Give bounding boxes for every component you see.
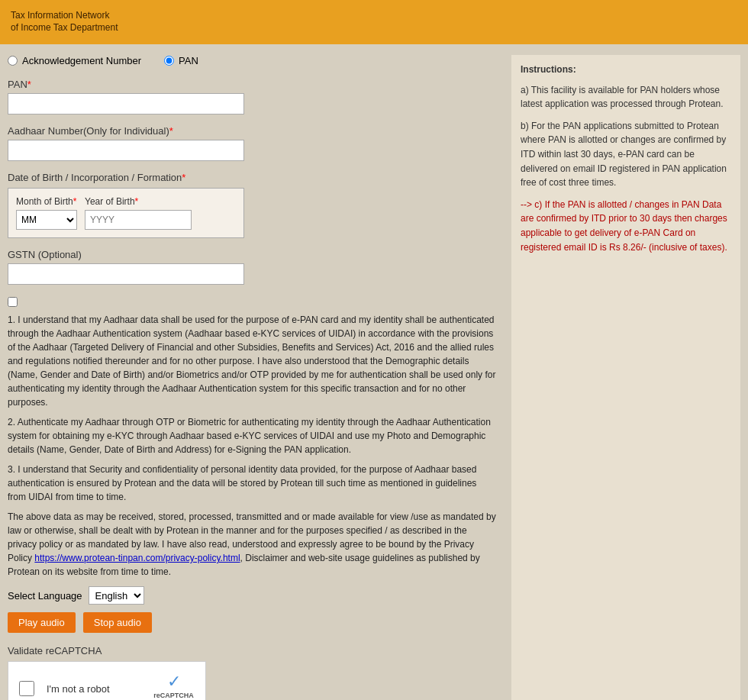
captcha-box: I'm not a robot ✓ reCAPTCHA Privacy - Te… <box>8 661 206 700</box>
radio-pan[interactable]: PAN <box>164 55 198 66</box>
select-language-label: Select Language <box>8 590 82 602</box>
pan-input[interactable] <box>8 93 244 115</box>
consent-checkbox-row <box>8 295 496 307</box>
year-input[interactable] <box>85 210 192 230</box>
instructions-panel: Instructions: a) This facility is availa… <box>511 55 740 700</box>
recaptcha-brand: reCAPTCHA <box>153 692 194 699</box>
aadhaar-field-group: Aadhaar Number(Only for Individual)* <box>8 125 496 161</box>
captcha-section: Validate reCAPTCHA I'm not a robot ✓ reC… <box>8 645 496 700</box>
consent-para-1: 1. I understand that my Aadhaar data sha… <box>8 313 496 409</box>
recaptcha-checkbox[interactable] <box>19 681 34 696</box>
dob-section: Date of Birth / Incorporation / Formatio… <box>8 172 496 238</box>
play-audio-button[interactable]: Play audio <box>8 612 76 633</box>
site-title: Tax Information Network of Income Tax De… <box>11 10 118 34</box>
aadhaar-input[interactable] <box>8 140 244 161</box>
dob-fields-box: Month of Birth* MM 0102 0304 0506 0708 0… <box>8 188 244 238</box>
month-col: Month of Birth* MM 0102 0304 0506 0708 0… <box>16 196 77 230</box>
radio-acknowledgement-input[interactable] <box>8 56 18 66</box>
year-label: Year of Birth* <box>85 196 192 207</box>
language-select[interactable]: English Hindi <box>89 586 144 605</box>
pan-field-group: PAN* <box>8 79 496 115</box>
audio-row: Play audio Stop audio <box>8 612 496 633</box>
recaptcha-icon: ✓ <box>167 672 181 692</box>
recaptcha-label: I'm not a robot <box>47 683 140 695</box>
dob-label: Date of Birth / Incorporation / Formatio… <box>8 172 496 183</box>
captcha-label: Validate reCAPTCHA <box>8 645 496 656</box>
radio-pan-input[interactable] <box>164 56 174 66</box>
instructions-title: Instructions: <box>521 63 731 77</box>
radio-acknowledgement-label: Acknowledgement Number <box>22 55 141 66</box>
month-select[interactable]: MM 0102 0304 0506 0708 0910 1112 <box>16 210 77 230</box>
radio-acknowledgement[interactable]: Acknowledgement Number <box>8 55 141 66</box>
consent-text: 1. I understand that my Aadhaar data sha… <box>8 313 496 579</box>
consent-para-4: The above data as may be received, store… <box>8 510 496 579</box>
pan-label: PAN* <box>8 79 496 90</box>
consent-para-2: 2. Authenticate my Aadhaar through OTP o… <box>8 415 496 456</box>
consent-para-3: 3. I understand that Security and confid… <box>8 463 496 504</box>
language-row: Select Language English Hindi <box>8 586 496 605</box>
pan-required-star: * <box>27 79 31 90</box>
instruction-a: a) This facility is available for PAN ho… <box>521 83 731 111</box>
gstn-field-group: GSTN (Optional) <box>8 249 496 285</box>
left-panel: Acknowledgement Number PAN PAN* Aadhaar … <box>8 55 496 700</box>
gstn-label: GSTN (Optional) <box>8 249 496 260</box>
privacy-policy-link[interactable]: https://www.protean-tinpan.com/privacy-p… <box>34 553 240 563</box>
instruction-c: --> c) If the PAN is allotted / changes … <box>521 198 731 254</box>
consent-checkbox[interactable] <box>8 297 18 307</box>
aadhaar-required-star: * <box>169 125 173 137</box>
recaptcha-logo: ✓ reCAPTCHA Privacy - Terms <box>153 672 195 701</box>
radio-pan-label: PAN <box>179 55 198 66</box>
consent-area: 1. I understand that my Aadhaar data sha… <box>8 295 496 579</box>
instruction-b: b) For the PAN applications submitted to… <box>521 119 731 190</box>
year-col: Year of Birth* <box>85 196 192 230</box>
month-label: Month of Birth* <box>16 196 77 207</box>
search-type-radios: Acknowledgement Number PAN <box>8 55 496 66</box>
aadhaar-label: Aadhaar Number(Only for Individual)* <box>8 125 496 137</box>
header: Tax Information Network of Income Tax De… <box>0 0 748 44</box>
stop-audio-button[interactable]: Stop audio <box>83 612 152 633</box>
gstn-input[interactable] <box>8 263 244 285</box>
